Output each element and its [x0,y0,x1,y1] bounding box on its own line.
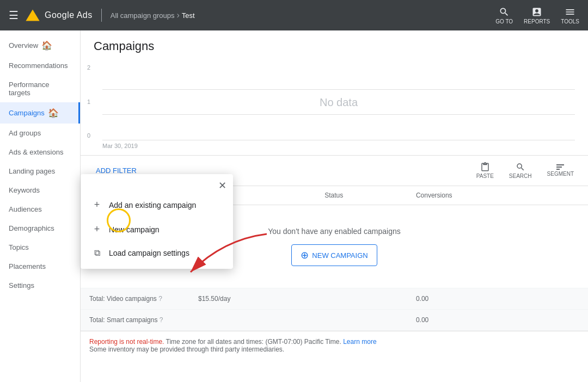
tools-label: TOOLS [561,19,579,24]
toolbar-right: PASTE SEARCH SEGMENT [471,160,579,181]
sidebar-item-performance-targets[interactable]: Performance targets [0,75,80,102]
chart-y-labels: 2 1 0 [87,64,90,139]
total-video-conversions: 0.00 [407,288,544,310]
add-existing-icon: + [91,199,102,211]
chart-area: 2 1 0 No data Mar 30, 2019 [81,58,588,156]
sidebar-item-settings[interactable]: Settings [0,276,80,295]
hamburger-menu[interactable]: ☰ [9,9,19,22]
tools-button[interactable]: TOOLS [561,7,579,24]
col-extra [544,186,588,205]
sidebar-label-topics: Topics [9,243,29,251]
footer-learn-more[interactable]: Learn more [343,338,376,346]
chart-x-label: Mar 30, 2019 [102,143,575,149]
paste-label: PASTE [476,173,494,179]
col-conversions[interactable]: Conversions [407,186,544,205]
dropdown-item-add-existing[interactable]: + Add an existing campaign [81,193,233,217]
breadcrumb-current: Test [182,11,195,20]
y-label-1: 1 [87,98,90,105]
sidebar-item-ads-extensions[interactable]: Ads & extensions [0,143,80,162]
sidebar-label-demographics: Demographics [9,224,54,232]
dropdown-menu: ✕ + Add an existing campaign + New campa… [81,174,233,269]
total-smart-row: Total: Smart campaigns ? 0.00 [81,310,588,331]
footer-warning: Reporting is not real-time. [89,338,164,346]
sidebar-item-ad-groups[interactable]: Ad groups [0,124,80,143]
paste-icon [480,162,490,172]
sidebar-label-settings: Settings [9,281,34,289]
total-smart-conversions: 0.00 [407,310,544,331]
sidebar-label-keywords: Keywords [9,186,40,194]
chart-inner: No data [102,64,575,140]
sidebar-item-placements[interactable]: Placements [0,257,80,276]
paste-button[interactable]: PASTE [471,160,499,181]
search-icon [516,162,525,172]
new-campaign-label: NEW CAMPAIGN [312,251,367,260]
sidebar-item-keywords[interactable]: Keywords [0,181,80,200]
nav-divider [101,9,102,22]
sidebar-label-performance-targets: Performance targets [9,81,71,97]
sidebar-item-topics[interactable]: Topics [0,238,80,257]
reports-label: REPORTS [524,19,550,24]
y-label-0: 0 [87,132,90,139]
search-button[interactable]: SEARCH [504,160,537,181]
segment-label: SEGMENT [547,171,574,177]
page-header: Campaigns [81,30,588,58]
sidebar-label-campaigns: Campaigns [9,109,45,117]
load-settings-label: Load campaign settings [109,249,189,257]
reports-button[interactable]: REPORTS [524,7,550,24]
sidebar-item-demographics[interactable]: Demographics [0,219,80,238]
sidebar-label-landing-pages: Landing pages [9,167,55,175]
total-video-extra [544,288,588,310]
sidebar-item-landing-pages[interactable]: Landing pages [0,162,80,181]
google-ads-logo [25,8,40,23]
total-smart-budget [189,310,316,331]
new-campaign-icon: + [91,224,102,235]
goto-button[interactable]: GO TO [495,7,513,24]
top-navigation: ☰ Google Ads All campaign groups › Test … [0,0,588,30]
breadcrumb: All campaign groups › Test [111,10,195,20]
total-video-status [316,288,407,310]
no-data-label: No data [320,96,358,109]
new-campaign-label-dropdown: New campaign [109,225,160,234]
total-smart-status [316,310,407,331]
sidebar-label-overview: Overview [9,41,38,50]
total-smart-label: Total: Smart campaigns ? [81,310,189,331]
sidebar-item-campaigns[interactable]: Campaigns 🏠 [0,102,80,124]
sidebar-label-audiences: Audiences [9,205,42,213]
search-label: SEARCH [509,173,532,179]
plus-icon: ⊕ [301,249,309,261]
sidebar-item-recommendations[interactable]: Recommendations [0,56,80,75]
y-label-2: 2 [87,64,90,71]
breadcrumb-parent[interactable]: All campaign groups [111,11,175,20]
add-existing-label: Add an existing campaign [109,201,196,210]
total-video-label: Total: Video campaigns ? [81,288,189,310]
total-video-row: Total: Video campaigns ? $15.50/day 0.00 [81,288,588,310]
new-campaign-button[interactable]: ⊕ NEW CAMPAIGN [291,244,377,266]
svg-marker-0 [26,10,39,21]
sidebar: Overview 🏠 Recommendations Performance t… [0,30,81,382]
breadcrumb-arrow: › [177,10,180,20]
footer-note: Reporting is not real-time. Time zone fo… [81,331,588,360]
total-smart-extra [544,310,588,331]
home-icon-campaigns: 🏠 [48,108,59,118]
dropdown-item-new-campaign[interactable]: + New campaign [81,217,233,242]
footer-inventory-note: Some inventory may be provided through t… [89,346,284,353]
home-icon-overview: 🏠 [41,40,52,51]
sidebar-label-placements: Placements [9,262,46,270]
help-icon-video[interactable]: ? [158,295,162,303]
goto-label: GO TO [495,19,513,24]
help-icon-smart[interactable]: ? [160,316,163,324]
segment-button[interactable]: SEGMENT [542,162,579,179]
col-status[interactable]: Status [316,186,407,205]
total-video-budget: $15.50/day [189,288,316,310]
sidebar-label-recommendations: Recommendations [9,61,68,70]
page-title: Campaigns [94,39,575,53]
logo-area: Google Ads [25,8,93,23]
sidebar-item-overview[interactable]: Overview 🏠 [0,35,80,56]
brand-name: Google Ads [45,10,93,20]
dropdown-close-button[interactable]: ✕ [218,181,226,190]
sidebar-item-audiences[interactable]: Audiences [0,200,80,219]
footer-timezone: Time zone for all dates and times: (GMT-… [166,338,344,346]
nav-right-icons: GO TO REPORTS TOOLS [495,7,579,24]
dropdown-item-load-settings[interactable]: ⧉ Load campaign settings [81,242,233,264]
load-settings-icon: ⧉ [91,248,102,258]
